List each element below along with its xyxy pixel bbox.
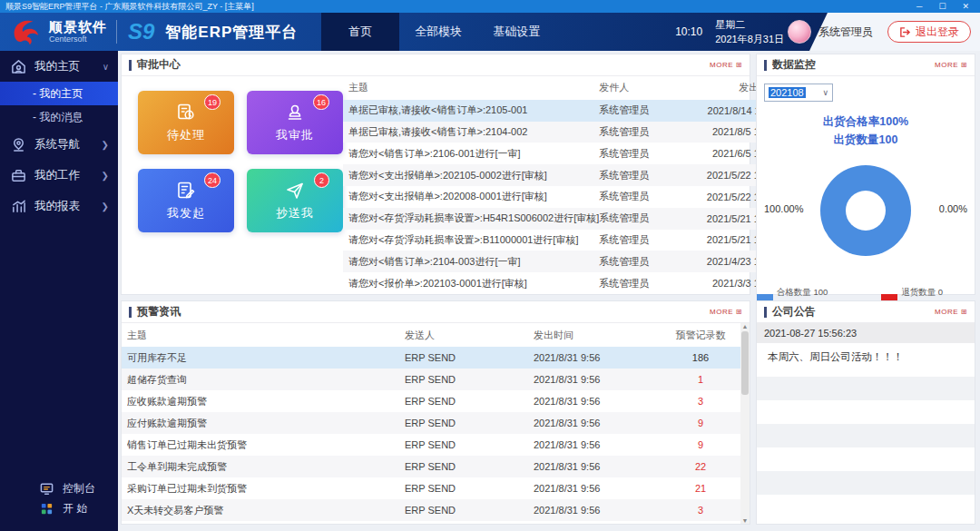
notice-empty-row	[757, 471, 975, 495]
console-button[interactable]: 控制台	[40, 478, 118, 498]
header-dark-band: 顺景软件 Centersoft S9 智能ERP管理平台 首页 全部模块 基础设…	[0, 13, 828, 51]
sidebar-group-label: 系统导航	[34, 137, 80, 152]
alert-row[interactable]: X天未转交易客户预警 ERP SEND 2021/8/31 9:56 3	[122, 499, 740, 521]
nav-tab-basic-settings[interactable]: 基础设置	[477, 13, 555, 51]
pending-card-label: 待处理	[167, 127, 205, 143]
notice-more-link[interactable]: MORE ⊞	[935, 308, 967, 316]
home-icon	[11, 59, 26, 74]
alert-row[interactable]: 应收账款逾期预警 ERP SEND 2021/8/31 9:56 3	[122, 390, 740, 412]
user-avatar[interactable]	[788, 20, 811, 44]
cc-me-card-label: 抄送我	[276, 205, 314, 221]
donut-label-right: 0.00%	[939, 203, 967, 214]
approval-row[interactable]: 单据已审核,请接收<销售订单>:2104-002 系统管理员 2021/8/5 …	[343, 122, 784, 143]
sidebar-item-my-home[interactable]: - 我的主页	[0, 82, 118, 105]
sidebar-group-system-nav[interactable]: 系统导航 ❯	[0, 129, 118, 160]
initiated-card[interactable]: 24 我发起	[138, 169, 234, 232]
scroll-up-icon[interactable]: ▲	[742, 323, 749, 329]
initiated-card-label: 我发起	[167, 205, 205, 221]
notice-panel-head: 公司公告 MORE ⊞	[757, 301, 975, 323]
sidebar-group-my-work[interactable]: 我的工作 ❯	[0, 160, 118, 191]
alerts-panel: 预警资讯 MORE ⊞ 主题 发送人 发出时间 预警记录数 可用库存不足 ERP…	[121, 300, 750, 525]
nav-tab-home[interactable]: 首页	[321, 13, 399, 51]
start-button[interactable]: 开 始	[40, 498, 118, 518]
approval-row[interactable]: 单据已审核,请接收<销售订单>:2105-001 系统管理员 2021/8/14…	[343, 100, 784, 122]
minimize-button[interactable]: ─	[916, 2, 922, 11]
title-bar-accent	[764, 60, 767, 71]
approval-row[interactable]: 请您对<销售订单>:2106-001进行[一审] 系统管理员 2021/6/5 …	[343, 143, 784, 164]
title-bar-accent	[129, 307, 132, 318]
clock-fulldate: 2021年8月31日	[715, 34, 784, 44]
s9-logo: S9	[128, 19, 154, 44]
alerts-more-link[interactable]: MORE ⊞	[710, 308, 742, 316]
clock-weekday: 星期二	[715, 19, 745, 30]
chevron-right-icon: ❯	[102, 202, 109, 211]
period-dropdown[interactable]: 202108 ∨	[764, 84, 833, 102]
donut-chart: 100.00% 0.00%	[757, 158, 975, 276]
alerts-panel-head: 预警资讯 MORE ⊞	[122, 301, 750, 323]
donut-label-left: 100.00%	[764, 203, 803, 214]
close-button[interactable]: ✕	[962, 2, 969, 11]
alert-row[interactable]: 工令单到期未完成预警 ERP SEND 2021/8/31 9:56 22	[122, 456, 740, 477]
col-sender: 发件人	[599, 81, 686, 94]
scroll-down-icon[interactable]: ▼	[742, 517, 749, 524]
main-nav: 首页 全部模块 基础设置	[321, 13, 555, 51]
maximize-button[interactable]: ☐	[938, 2, 946, 11]
monitor-panel-title: 数据监控	[772, 57, 816, 73]
scroll-thumb[interactable]	[741, 331, 749, 395]
chevron-right-icon: ❯	[102, 171, 109, 181]
approval-row[interactable]: 请您对<存货浮动耗损率设置>:H54R1S006002进行[审核] 系统管理员 …	[343, 208, 784, 230]
chevron-down-icon: ∨	[103, 62, 109, 72]
company-logo-icon	[11, 16, 42, 47]
period-value: 202108	[769, 87, 806, 98]
sidebar-footer: 控制台 开 始	[0, 478, 118, 531]
data-monitor-panel: 数据监控 MORE ⊞ 202108 ∨ 出货合格率100% 出货数量100 1…	[756, 54, 975, 295]
chevron-down-icon: ∨	[822, 88, 828, 97]
console-label: 控制台	[63, 481, 95, 497]
sidebar-group-label: 我的工作	[34, 168, 80, 183]
logout-label: 退出登录	[916, 25, 959, 40]
alerts-scrollbar[interactable]: ▲ ▼	[740, 323, 750, 524]
approval-center-panel: 审批中心 MORE ⊞ 19 待处理 16 我审批 24 我发起 2 抄	[121, 54, 750, 295]
monitor-more-link[interactable]: MORE ⊞	[935, 61, 967, 69]
notice-timestamp: 2021-08-27 15:56:23	[757, 323, 975, 343]
nav-tab-all-modules[interactable]: 全部模块	[399, 13, 477, 51]
briefcase-icon	[11, 168, 26, 183]
app-header: 顺景软件 Centersoft S9 智能ERP管理平台 首页 全部模块 基础设…	[0, 13, 980, 51]
chart-title-line2: 出货数量100	[757, 131, 975, 149]
col-time: 发出时间	[534, 329, 666, 342]
brand-names: 顺景软件 Centersoft	[49, 20, 117, 44]
approval-more-link[interactable]: MORE ⊞	[710, 61, 742, 69]
alert-row[interactable]: 应付账款逾期预警 ERP SEND 2021/8/31 9:56 9	[122, 412, 740, 434]
chart-title: 出货合格率100% 出货数量100	[757, 113, 975, 149]
approval-row[interactable]: 请您对<销售订单>:2104-003进行[一审] 系统管理员 2021/4/23…	[343, 251, 784, 272]
approval-row[interactable]: 请您对<存货浮动耗损率设置>:B11000001进行[审核] 系统管理员 202…	[343, 230, 784, 251]
pending-count-badge: 19	[204, 94, 220, 110]
approval-panel-title: 审批中心	[137, 57, 181, 73]
approval-row[interactable]: 请您对<支出报销单>:202008-0001进行[审核] 系统管理员 2021/…	[343, 186, 784, 208]
my-approvals-card[interactable]: 16 我审批	[247, 91, 343, 154]
sidebar-group-my-home[interactable]: 我的主页 ∨	[0, 51, 118, 82]
logout-icon	[899, 26, 911, 38]
alert-row[interactable]: 采购订单已过期未到货预警 ERP SEND 2021/8/31 9:56 21	[122, 477, 740, 499]
pending-doc-clock-icon	[176, 103, 196, 123]
alert-row[interactable]: 可用库存不足 ERP SEND 2021/8/31 9:56 186	[122, 347, 740, 369]
pending-card[interactable]: 19 待处理	[138, 91, 234, 154]
logout-button[interactable]: 退出登录	[887, 21, 971, 43]
alert-row[interactable]: 超储存货查询 ERP SEND 2021/8/31 9:56 1	[122, 369, 740, 390]
approval-row[interactable]: 请您对<报价单>:202103-0001进行[审核] 系统管理员 2021/3/…	[343, 272, 784, 294]
location-pin-icon	[11, 137, 26, 152]
sidebar-group-my-reports[interactable]: 我的报表 ❯	[0, 191, 118, 221]
alert-row[interactable]: 销售订单已过期未出货预警 ERP SEND 2021/8/31 9:56 9	[122, 434, 740, 456]
product-title: 智能ERP管理平台	[165, 22, 298, 43]
window-title: 顺景S9智能ERP管理平台 - 广东顺景软件科技有限公司_ZY - [主菜单]	[5, 1, 254, 13]
cc-me-card[interactable]: 2 抄送我	[247, 169, 343, 232]
chart-title-line1: 出货合格率100%	[757, 113, 975, 131]
company-notice-panel: 公司公告 MORE ⊞ 2021-08-27 15:56:23 本周六、周日公司…	[756, 300, 975, 525]
sidebar-item-my-messages[interactable]: - 我的消息	[0, 105, 118, 129]
notice-empty-row	[757, 377, 975, 400]
notice-content[interactable]: 本周六、周日公司活动！！！	[757, 343, 975, 377]
sidebar: 我的主页 ∨ - 我的主页 - 我的消息 系统导航 ❯ 我的工作 ❯ 我的报表 …	[0, 51, 118, 531]
initiated-count-badge: 24	[204, 172, 220, 188]
alerts-panel-title: 预警资讯	[137, 304, 181, 320]
approval-row[interactable]: 请您对<支出报销单>:202105-0002进行[审核] 系统管理员 2021/…	[343, 164, 784, 186]
